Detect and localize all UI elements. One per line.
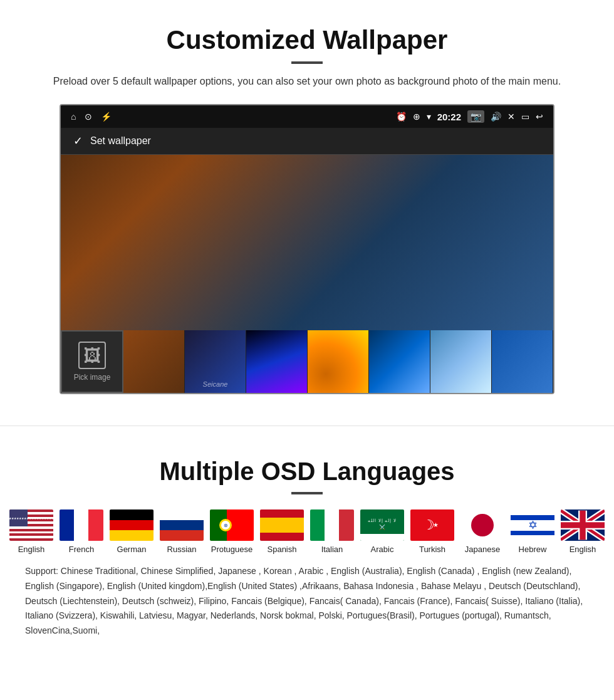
alarm-right-icon: ⏰ (396, 112, 407, 122)
flag-label-english-uk: English (570, 545, 596, 554)
android-screen-mockup: ⌂ ⊙ ⚡ ⏰ ⊕ ▾ 20:22 📷 🔊 ✕ ▭ ↩ ✓ Set wallpa… (60, 104, 554, 394)
flag-label-hebrew: Hebrew (519, 545, 547, 554)
flag-item-hebrew: ✡ Hebrew (510, 509, 555, 554)
flag-label-german: German (117, 545, 147, 554)
wallpaper-title: Customized Wallpaper (19, 25, 595, 55)
close-icon: ✕ (507, 112, 515, 122)
flag-label-japanese: Japanese (465, 545, 500, 554)
wallpaper-thumb-1[interactable] (123, 330, 185, 393)
android-statusbar: ⌂ ⊙ ⚡ ⏰ ⊕ ▾ 20:22 📷 🔊 ✕ ▭ ↩ (61, 105, 553, 128)
star-of-david: ✡ (528, 518, 538, 532)
wallpaper-thumbnails: 🖼 Pick image Seicane (61, 330, 553, 393)
flag-label-russian: Russian (167, 545, 197, 554)
flag-germany (110, 509, 154, 541)
flag-item-english-uk: English (560, 509, 605, 554)
flag-item-turkish: ☽ ★ Turkish (410, 509, 455, 554)
flag-item-russian: Russian (159, 509, 204, 554)
flag-item-english-us: ★★★★★★★★★★★★★★★★★★★★★★★★★★★★★★★★★★★★★★★★… (9, 509, 54, 554)
hebrew-flag-design: ✡ (511, 509, 554, 541)
watermark: Seicane (203, 380, 228, 388)
camera-icon: 📷 (467, 110, 484, 123)
flag-portugal: ⊛ (210, 509, 254, 541)
languages-title: Multiple OSD Languages (19, 457, 595, 486)
wallpaper-thumb-2[interactable]: Seicane (185, 330, 246, 393)
support-languages-text: Support: Chinese Traditional, Chinese Si… (19, 564, 595, 639)
flag-turkey: ☽ ★ (410, 509, 454, 541)
languages-section: Multiple OSD Languages (0, 439, 614, 651)
wallpaper-description: Preload over 5 default wallpaper options… (50, 74, 564, 89)
flag-japan (460, 509, 504, 541)
flag-item-spanish: Spanish (259, 509, 304, 554)
flag-italy (310, 509, 354, 541)
wallpaper-thumb-6[interactable] (430, 330, 492, 393)
flag-israel: ✡ (511, 509, 554, 541)
pick-image-thumb[interactable]: 🖼 Pick image (61, 330, 123, 393)
languages-title-divider (291, 492, 323, 494)
section-divider-hr (0, 426, 614, 426)
wallpaper-preview (61, 155, 553, 330)
back-icon: ↩ (536, 112, 543, 122)
japan-sun (471, 514, 494, 536)
window-icon: ▭ (521, 112, 529, 122)
wifi-icon: ▾ (427, 112, 431, 122)
flag-label-french: French (69, 545, 94, 554)
wallpaper-thumb-4[interactable] (308, 330, 369, 393)
time-display: 20:22 (437, 112, 461, 122)
flag-spain (260, 509, 304, 541)
wallpaper-thumb-7[interactable] (492, 330, 553, 393)
flag-label-portuguese: Protuguese (211, 545, 253, 554)
flag-item-french: French (59, 509, 104, 554)
pick-image-label: Pick image (74, 373, 111, 382)
flag-item-portuguese: ⊛ Protuguese (209, 509, 254, 554)
flag-label-turkish: Turkish (419, 545, 445, 554)
home-icon: ⌂ (71, 112, 76, 122)
flag-item-german: German (109, 509, 154, 554)
flag-label-arabic: Arabic (371, 545, 394, 554)
flags-row: ★★★★★★★★★★★★★★★★★★★★★★★★★★★★★★★★★★★★★★★★… (19, 509, 595, 554)
android-actionbar: ✓ Set wallpaper (61, 128, 553, 155)
wallpaper-thumb-5[interactable] (369, 330, 430, 393)
title-divider (291, 61, 323, 64)
svg-rect-8 (561, 522, 605, 528)
flag-item-japanese: Japanese (460, 509, 505, 554)
check-icon: ✓ (73, 134, 83, 148)
flag-item-italian: Italian (310, 509, 355, 554)
flag-russia (160, 509, 204, 541)
alarm-icon: ⊙ (85, 112, 92, 122)
flag-item-arabic: لا إله إلا الله ⚔️ Arabic (360, 509, 405, 554)
statusbar-right: ⏰ ⊕ ▾ 20:22 📷 🔊 ✕ ▭ ↩ (396, 110, 543, 123)
flag-france (60, 509, 103, 541)
flag-usa: ★★★★★★★★★★★★★★★★★★★★★★★★★★★★★★★★★★★★★★★★… (9, 509, 53, 541)
wallpaper-thumb-3[interactable] (246, 330, 308, 393)
flag-label-english-us: English (18, 545, 45, 554)
statusbar-left: ⌂ ⊙ ⚡ (71, 112, 112, 122)
image-pick-icon: 🖼 (78, 342, 106, 369)
uk-flag-svg (561, 509, 605, 541)
wallpaper-section: Customized Wallpaper Preload over 5 defa… (0, 0, 614, 413)
usb-icon: ⚡ (101, 112, 112, 122)
flag-label-italian: Italian (321, 545, 343, 554)
set-wallpaper-label: Set wallpaper (90, 135, 151, 147)
flag-arabic: لا إله إلا الله ⚔️ (360, 509, 404, 541)
flag-uk (561, 509, 605, 541)
volume-icon: 🔊 (491, 112, 501, 122)
flag-label-spanish: Spanish (268, 545, 297, 554)
location-icon: ⊕ (413, 112, 420, 122)
